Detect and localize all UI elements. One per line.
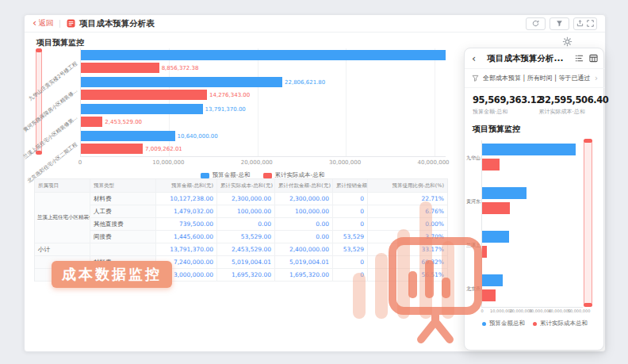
bar-actual-cost[interactable] xyxy=(81,117,102,127)
bar-value-label: 2,453,529.00 xyxy=(105,119,142,125)
bar-actual-cost[interactable] xyxy=(482,159,500,171)
refresh-icon xyxy=(532,20,539,27)
axis-tick-label: 10,000,000 xyxy=(136,159,200,166)
panel-header: ‹ 项目成本预算分析... xyxy=(465,48,605,69)
budget-type-cell: 材料费 xyxy=(90,193,156,205)
bar-value-label: 22,806,621.80 xyxy=(285,79,325,86)
plot-area: 8,856,372.3822,806,621.8014,276,343.0013… xyxy=(80,48,446,157)
filter-summary: 全部成本预算 | 所有时间 | 等于已通过 xyxy=(483,74,591,82)
divider xyxy=(59,20,60,28)
category-label: 兰溪上.. xyxy=(466,242,481,249)
value-cell: 0.00 xyxy=(217,218,275,231)
value-cell: 13,791,370.00 xyxy=(156,243,217,256)
value-cell: 0 xyxy=(333,218,368,231)
bar-value-label: 8,856,372.38 xyxy=(162,65,199,71)
value-cell: 2,300,000.00 xyxy=(275,193,333,205)
value-cell: 0 xyxy=(333,269,368,282)
export-icon xyxy=(576,20,584,27)
bar-actual-cost[interactable] xyxy=(81,63,159,73)
filter-button[interactable] xyxy=(550,17,569,30)
column-header: 累计实际成本-总和(元) xyxy=(217,179,275,193)
filter-icon xyxy=(556,20,563,27)
export-fullscreen-button[interactable] xyxy=(573,17,597,30)
value-cell: 53,529 xyxy=(333,231,368,243)
chevron-right-icon: › xyxy=(595,75,598,82)
bar-budget[interactable] xyxy=(482,274,503,286)
table-header-row: 所属项目预算类型预算金额-总和(元)累计实际成本-总和(元)累计付款金额-总和(… xyxy=(35,179,447,193)
value-cell: 22.71% xyxy=(368,193,447,205)
table-row: 间接费1,445,600.0053,529.000.0053,5293.70% xyxy=(35,231,447,243)
budget-type-cell: 人工费 xyxy=(90,205,156,218)
bar-actual-cost[interactable] xyxy=(482,289,496,301)
gridline xyxy=(435,48,435,156)
bar-value-label: 10,640,000.00 xyxy=(178,133,218,140)
budget-type-cell: 间接费 xyxy=(90,231,156,243)
legend-label: 累计实际成本总和 xyxy=(540,320,588,328)
desktop: ‹ 返回 项目成本预算分析表 项目预算监控 xyxy=(0,0,628,364)
value-cell: 5,019,004.01 xyxy=(275,256,333,269)
panel-header-icons xyxy=(575,54,598,63)
column-header: 累计付款金额-总和(元) xyxy=(275,179,333,193)
legend-dot-red xyxy=(533,322,537,326)
value-cell: 0.00 xyxy=(275,231,333,243)
category-label: 九华山庄贵宾楼2号楼工程 xyxy=(6,60,79,120)
axis-tick-label: 40,000,000 xyxy=(402,159,465,166)
project-cell: 小计 xyxy=(35,243,90,256)
value-cell: 2,453,529.00 xyxy=(217,243,275,256)
value-cell: 1,479,032.00 xyxy=(156,205,217,218)
kpi-actual-total: 32,595,506.40 累计实际成本·总和 xyxy=(539,94,598,116)
bar-actual-cost[interactable] xyxy=(482,246,487,258)
bar-actual-cost[interactable] xyxy=(81,90,207,100)
fullscreen-icon xyxy=(587,20,594,27)
gear-icon[interactable] xyxy=(562,35,572,45)
column-header: 预算使用比例-总和(%) xyxy=(368,179,447,193)
legend-dot-blue xyxy=(482,322,486,326)
bar-value-label: 13,791,370.00 xyxy=(205,106,246,113)
axis-line xyxy=(481,307,583,308)
value-cell: 6.76% xyxy=(368,205,447,218)
bar-actual-cost[interactable] xyxy=(81,144,143,154)
axis-tick-label: 20,000,000 xyxy=(225,159,289,166)
value-cell: 0.00% xyxy=(368,218,447,231)
budget-type-cell: 其他直接费 xyxy=(90,218,156,231)
table-row: 材料费10,127,238.002,300,000.002,300,000.00… xyxy=(35,193,447,205)
table-icon[interactable] xyxy=(589,54,598,63)
slider-handle-top[interactable] xyxy=(584,139,592,143)
bar-actual-cost[interactable] xyxy=(482,202,510,214)
panel-bar-chart: 010,000,00020,000,00030,000,00040,000,00… xyxy=(465,137,605,316)
bar-budget[interactable] xyxy=(81,50,446,60)
legend-item-actual[interactable]: 累计实际成本总和 xyxy=(533,320,588,328)
filter-icon xyxy=(472,75,479,82)
legend-item-budget[interactable]: 预算金额总和 xyxy=(482,320,525,328)
bar-budget[interactable] xyxy=(81,77,282,87)
value-cell: 1,445,600.00 xyxy=(156,231,217,243)
value-cell: 0 xyxy=(333,256,368,269)
gridline xyxy=(258,48,258,156)
list-icon[interactable] xyxy=(575,54,584,63)
category-label: 九华山.. xyxy=(466,155,481,162)
value-cell: 69.32% xyxy=(368,256,447,269)
kpi-label: 预算金额·总和 xyxy=(473,108,531,116)
bar-budget[interactable] xyxy=(482,144,576,155)
page-title: 项目成本预算分析表 xyxy=(79,18,155,29)
panel-chart-zoom-slider[interactable] xyxy=(584,139,592,307)
category-label: 北京燕.. xyxy=(466,285,481,293)
value-cell: 1,695,320.00 xyxy=(275,269,333,282)
category-axis: 九华山庄贵宾楼2号楼工程黄河东路保障房小区精装修...兰溪上苑住宅小区精装修第.… xyxy=(25,47,80,158)
refresh-button[interactable] xyxy=(526,17,546,30)
bar-budget[interactable] xyxy=(482,231,509,243)
report-icon xyxy=(67,19,75,28)
back-button[interactable]: ‹ 返回 xyxy=(33,18,53,29)
value-cell: 0.00 xyxy=(275,218,333,231)
bar-budget[interactable] xyxy=(81,104,203,114)
value-cell: 10,127,238.00 xyxy=(156,193,217,205)
panel-filter-bar[interactable]: 全部成本预算 | 所有时间 | 等于已通过 › xyxy=(465,69,605,88)
toolbar xyxy=(526,17,597,30)
slider-handle-bottom[interactable] xyxy=(584,303,592,307)
value-cell: 2,300,000.00 xyxy=(217,193,275,205)
table-row: 人工费1,479,032.00100,000.00100,000.0006.76… xyxy=(35,205,447,218)
bar-budget[interactable] xyxy=(81,131,175,141)
category-label: 黄河东.. xyxy=(466,198,481,205)
bar-budget[interactable] xyxy=(482,187,527,199)
column-header: 累计报销金额-总和(元) xyxy=(333,179,368,193)
